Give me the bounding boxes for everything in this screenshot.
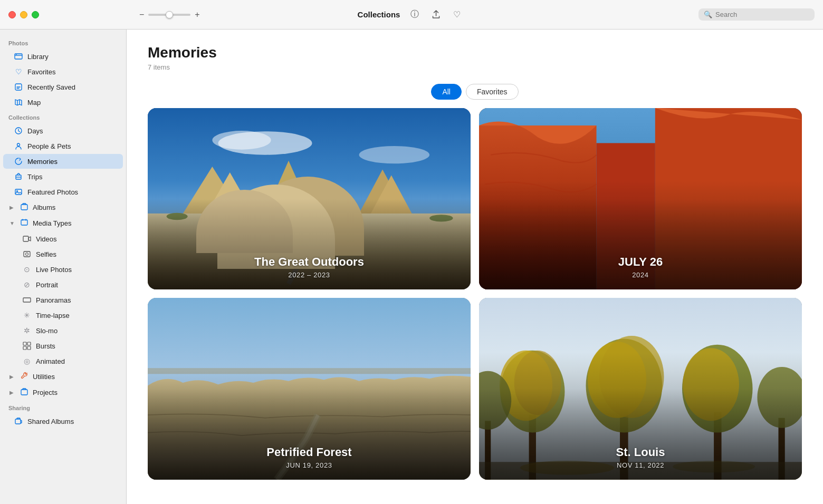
svg-rect-14 <box>23 342 26 345</box>
filter-favorites-button[interactable]: Favorites <box>466 84 519 100</box>
days-label: Days <box>27 127 43 135</box>
fullscreen-button[interactable] <box>32 11 39 18</box>
search-input[interactable] <box>715 11 809 18</box>
title-bar-center: Collections ⓘ ♡ <box>358 6 466 23</box>
sidebar-albums-toggle[interactable]: ▶ Albums <box>3 200 123 215</box>
memory-card-petrified-forest[interactable]: Petrified Forest JUN 19, 2023 <box>148 298 471 479</box>
library-label: Library <box>27 53 49 61</box>
title-bar: − + Collections ⓘ ♡ 🔍 <box>0 0 823 30</box>
days-icon <box>14 126 23 135</box>
sidebar-item-memories[interactable]: Memories <box>3 154 123 169</box>
memories-label: Memories <box>27 158 58 166</box>
sidebar-utilities-toggle[interactable]: ▶ Utilities <box>3 369 123 384</box>
info-button[interactable]: ⓘ <box>406 6 423 23</box>
minimize-button[interactable] <box>20 11 27 18</box>
sidebar-item-library[interactable]: Library <box>3 49 123 64</box>
sidebar-item-videos[interactable]: Videos <box>3 231 123 246</box>
people-pets-icon <box>14 141 23 151</box>
search-bar-container: 🔍 <box>698 8 815 21</box>
map-icon <box>14 98 23 107</box>
zoom-out-button[interactable]: − <box>137 9 146 21</box>
sidebar-item-time-lapse[interactable]: ✳ Time-lapse <box>3 308 123 323</box>
sidebar-item-panoramas[interactable]: Panoramas <box>3 293 123 307</box>
bursts-label: Bursts <box>36 342 55 350</box>
sidebar-item-map[interactable]: Map <box>3 95 123 110</box>
sidebar-item-people-pets[interactable]: People & Pets <box>3 139 123 153</box>
title-bar-icons: ⓘ ♡ <box>406 6 465 23</box>
utilities-label: Utilities <box>33 373 55 381</box>
library-icon <box>14 52 23 61</box>
sidebar-item-animated[interactable]: ◎ Animated <box>3 354 123 369</box>
favorite-button[interactable]: ♡ <box>448 6 465 23</box>
trips-label: Trips <box>27 173 42 181</box>
sidebar-item-recently-saved[interactable]: Recently Saved <box>3 80 123 94</box>
videos-icon <box>22 234 32 244</box>
search-bar[interactable]: 🔍 <box>698 8 815 21</box>
videos-label: Videos <box>36 235 57 243</box>
slo-mo-icon: ✲ <box>22 326 32 335</box>
memory-subtitle-petrified-forest: JUN 19, 2023 <box>286 461 332 469</box>
animated-label: Animated <box>36 357 65 365</box>
live-photos-label: Live Photos <box>36 266 72 274</box>
zoom-control: − + <box>137 9 202 21</box>
sidebar-item-bursts[interactable]: Bursts <box>3 338 123 353</box>
animated-icon: ◎ <box>22 356 32 366</box>
sidebar-media-types-toggle[interactable]: ▼ Media Types <box>3 216 123 231</box>
zoom-in-button[interactable]: + <box>193 9 202 21</box>
media-types-icon <box>20 218 28 228</box>
sidebar-item-portrait[interactable]: ⊘ Portrait <box>3 277 123 292</box>
albums-icon <box>20 202 28 212</box>
selfies-icon <box>22 249 32 259</box>
sidebar-projects-toggle[interactable]: ▶ Projects <box>3 385 123 400</box>
share-button[interactable] <box>427 6 444 23</box>
projects-label: Projects <box>33 389 58 396</box>
utilities-chevron-icon: ▶ <box>9 374 16 380</box>
memory-title-great-outdoors: The Great Outdoors <box>254 255 364 269</box>
albums-chevron-icon: ▶ <box>9 205 16 210</box>
svg-rect-0 <box>15 54 22 59</box>
memory-card-great-outdoors[interactable]: The Great Outdoors 2022 – 2023 <box>148 108 471 289</box>
item-count: 7 items <box>148 63 802 71</box>
media-types-label: Media Types <box>33 219 71 227</box>
sidebar-item-selfies[interactable]: Selfies <box>3 247 123 261</box>
memory-subtitle-july-26: 2024 <box>632 271 649 279</box>
svg-rect-6 <box>15 189 22 195</box>
content-header: Memories 7 items <box>127 30 823 80</box>
content-area: Memories 7 items All Favorites <box>127 30 823 504</box>
featured-photos-icon <box>14 187 23 197</box>
svg-rect-18 <box>21 390 27 395</box>
shared-albums-label: Shared Albums <box>27 418 74 425</box>
svg-point-7 <box>16 190 17 191</box>
sidebar-item-trips[interactable]: Trips <box>3 169 123 184</box>
sidebar-item-favorites[interactable]: ♡ Favorites <box>3 64 123 79</box>
featured-photos-label: Featured Photos <box>27 188 78 196</box>
sidebar-item-featured-photos[interactable]: Featured Photos <box>3 185 123 199</box>
main-layout: Photos Library ♡ Favorites Recently Save… <box>0 30 823 504</box>
people-pets-label: People & Pets <box>27 142 71 150</box>
selfies-label: Selfies <box>36 250 56 258</box>
svg-point-1 <box>16 54 17 55</box>
time-lapse-label: Time-lapse <box>36 312 70 319</box>
svg-rect-13 <box>23 298 31 302</box>
sidebar-item-days[interactable]: Days <box>3 123 123 138</box>
close-button[interactable] <box>8 11 16 18</box>
filter-all-button[interactable]: All <box>431 84 462 100</box>
filter-bar: All Favorites <box>127 80 823 108</box>
memory-card-july-26[interactable]: JULY 26 2024 <box>479 108 802 289</box>
sidebar-section-photos: Photos <box>0 36 126 49</box>
sidebar-item-live-photos[interactable]: ⊙ Live Photos <box>3 262 123 277</box>
memory-title-july-26: JULY 26 <box>618 255 663 269</box>
svg-point-12 <box>26 253 28 256</box>
memory-card-st-louis[interactable]: St. Louis NOV 11, 2022 <box>479 298 802 479</box>
svg-rect-17 <box>27 346 31 350</box>
sidebar-item-shared-albums[interactable]: Shared Albums <box>3 414 123 429</box>
trips-icon <box>14 172 23 181</box>
time-lapse-icon: ✳ <box>22 311 32 320</box>
favorites-label: Favorites <box>27 68 55 76</box>
memory-overlay-petrified-forest: Petrified Forest JUN 19, 2023 <box>148 389 471 479</box>
sidebar-item-slo-mo[interactable]: ✲ Slo-mo <box>3 323 123 338</box>
window-title: Collections <box>358 10 400 19</box>
zoom-slider[interactable] <box>148 14 190 16</box>
svg-rect-8 <box>21 205 27 210</box>
recently-saved-label: Recently Saved <box>27 83 75 91</box>
